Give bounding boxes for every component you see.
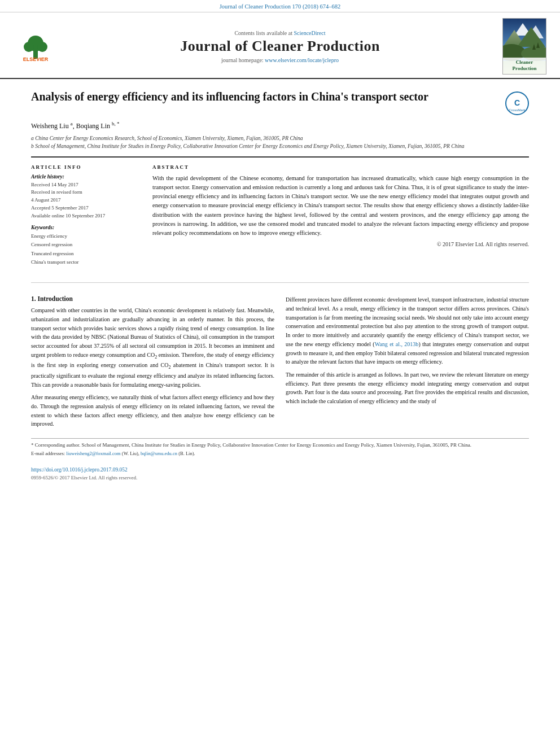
- email2-link[interactable]: bqlin@xmu.edu.cn: [141, 451, 177, 456]
- abstract-copyright: © 2017 Elsevier Ltd. All rights reserved…: [152, 241, 529, 247]
- journal-issue-bar: Journal of Cleaner Production 170 (2018)…: [0, 0, 560, 12]
- keyword-3: China's transport sector: [31, 258, 141, 267]
- keywords-title: Keywords:: [31, 225, 141, 230]
- article-title-section: Analysis of energy efficiency and its in…: [0, 79, 560, 151]
- issn-text: 0959-6526/© 2017 Elsevier Ltd. All right…: [31, 475, 529, 480]
- elsevier-logo-container: ELSEVIER: [10, 31, 61, 62]
- intro-para3: Different provinces have different econo…: [286, 295, 529, 366]
- cp-logo-container: Cleaner Production: [499, 18, 550, 75]
- keywords-block: Keywords: Energy efficiency Censored reg…: [31, 225, 141, 267]
- affiliations: a China Center for Energy Economics Rese…: [31, 134, 529, 151]
- intro-heading: 1. Introduction: [31, 295, 274, 302]
- cp-logo-image: [503, 19, 546, 61]
- intro-title: Introduction: [38, 295, 73, 302]
- svg-text:C: C: [514, 98, 520, 107]
- abstract-label: ABSTRACT: [152, 164, 529, 170]
- affiliation-a: a China Center for Energy Economics Rese…: [31, 134, 529, 142]
- main-content: 1. Introduction Compared with other coun…: [0, 289, 560, 433]
- abstract-text: With the rapid development of the Chines…: [152, 174, 529, 238]
- sciencedirect-link[interactable]: ScienceDirect: [294, 30, 325, 36]
- svg-text:ELSEVIER: ELSEVIER: [23, 56, 49, 62]
- author1: Weisheng Liu a,: [31, 122, 75, 130]
- elsevier-logo-svg: ELSEVIER: [13, 31, 58, 62]
- journal-homepage-link[interactable]: www.elsevier.com/locate/jclepro: [265, 57, 339, 63]
- svg-point-4: [37, 42, 47, 52]
- history-line-3: Accepted 5 September 2017: [31, 204, 141, 212]
- article-title: Analysis of energy efficiency and its in…: [31, 89, 428, 104]
- crossmark-icon: C CrossMark: [505, 91, 529, 115]
- cp-logo-text: Cleaner Production: [503, 58, 546, 74]
- section-divider-2: [31, 282, 529, 283]
- history-line-1: Received in revised form: [31, 189, 141, 196]
- article-info-label: ARTICLE INFO: [31, 164, 141, 170]
- keywords-list: Energy efficiency Censored regression Tr…: [31, 232, 141, 267]
- footnote-section: * Corresponding author. School of Manage…: [31, 438, 529, 457]
- svg-text:CrossMark: CrossMark: [509, 108, 526, 112]
- email1-link[interactable]: liuweisheng2@foxmail.com: [66, 451, 120, 456]
- citation-wang2013b[interactable]: Wang et al., 2013b: [375, 341, 419, 347]
- title-crossmark-row: Analysis of energy efficiency and its in…: [31, 89, 529, 115]
- article-history-block: Article history: Received 14 May 2017 Re…: [31, 174, 141, 221]
- history-line-0: Received 14 May 2017: [31, 181, 141, 189]
- abstract-col: ABSTRACT With the rapid development of t…: [152, 164, 529, 272]
- header-center: Contents lists available at ScienceDirec…: [61, 30, 499, 63]
- history-line-4: Available online 10 September 2017: [31, 212, 141, 220]
- affiliation-b: b School of Management, China Institute …: [31, 142, 529, 150]
- footnote-marker: * Corresponding author. School of Manage…: [31, 442, 529, 448]
- journal-header: ELSEVIER Contents lists available at Sci…: [0, 12, 560, 79]
- keyword-2: Truncated regression: [31, 250, 141, 258]
- cp-logo-box: Cleaner Production: [502, 18, 546, 75]
- history-title: Article history:: [31, 174, 141, 180]
- doi-link[interactable]: https://doi.org/10.1016/j.jclepro.2017.0…: [31, 467, 128, 473]
- intro-para1: Compared with other countries in the wor…: [31, 306, 274, 389]
- keyword-1: Censored regression: [31, 241, 141, 249]
- author2: Boqiang Lin b, *: [76, 122, 120, 130]
- journal-title: Journal of Cleaner Production: [67, 38, 493, 55]
- journal-homepage: journal homepage: www.elsevier.com/locat…: [67, 57, 493, 63]
- svg-point-3: [24, 42, 34, 52]
- authors-line: Weisheng Liu a, Boqiang Lin b, *: [31, 121, 529, 130]
- info-abstract-section: ARTICLE INFO Article history: Received 1…: [0, 158, 560, 277]
- main-left-col: 1. Introduction Compared with other coun…: [31, 295, 274, 433]
- sciencedirect-line: Contents lists available at ScienceDirec…: [67, 30, 493, 36]
- footnote-email: E-mail addresses: liuweisheng2@foxmail.c…: [31, 450, 529, 457]
- bottom-bar: https://doi.org/10.1016/j.jclepro.2017.0…: [0, 462, 560, 485]
- intro-para2: After measuring energy efficiency, we na…: [31, 393, 274, 429]
- keyword-0: Energy efficiency: [31, 232, 141, 241]
- journal-issue-text: Journal of Cleaner Production 170 (2018)…: [220, 3, 341, 10]
- main-right-col: Different provinces have different econo…: [286, 295, 529, 433]
- intro-para4: The remainder of this article is arrange…: [286, 370, 529, 406]
- history-line-2: 4 August 2017: [31, 196, 141, 204]
- article-info-col: ARTICLE INFO Article history: Received 1…: [31, 164, 141, 272]
